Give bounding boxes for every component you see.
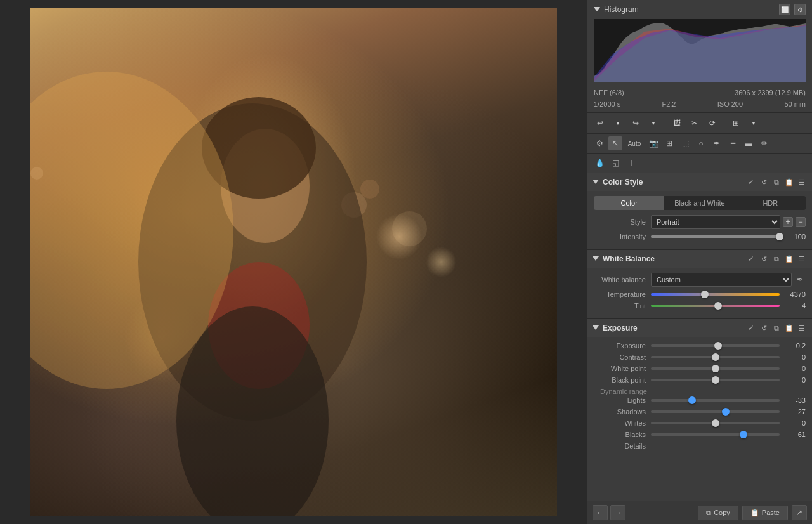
mask-tool[interactable]: ◱ [608,156,622,170]
file-format: NEF (6/8) [594,89,624,96]
toolbar-separator-2 [724,117,724,129]
redo-button[interactable]: ↪ [628,115,643,131]
exposure-thumb[interactable] [714,342,722,350]
exposure-row: Exposure 0.2 [594,342,806,350]
forward-button[interactable]: → [610,505,625,520]
image-area [0,0,587,524]
undo-button[interactable]: ↩ [593,115,608,131]
color-style-paste[interactable]: 📋 [784,177,794,187]
paste-button[interactable]: 📋 Paste [742,506,788,520]
color-style-check[interactable]: ✓ [746,177,756,187]
tab-hdr[interactable]: HDR [735,196,806,210]
black-point-track[interactable] [651,379,780,381]
white-balance-header[interactable]: White Balance ✓ ↺ ⧉ 📋 ☰ [587,250,812,268]
exposure-check[interactable]: ✓ [746,323,756,333]
view-btn[interactable]: ⊞ [728,115,743,131]
tools-row: ⚙ ↖ Auto 📷 ⊞ ⬚ ○ ✒ ━ ▬ ✏ [587,134,812,154]
whites-thumb[interactable] [712,419,719,427]
camera-tool[interactable]: 📷 [646,136,660,150]
style-select[interactable]: Portrait [651,215,780,229]
iso: ISO 200 [717,100,743,108]
toolbar-row-1: ↩ ▼ ↪ ▼ 🖼 ✂ ⟳ ⊞ ▼ [587,112,812,134]
rotate-btn[interactable]: ⟳ [705,115,720,131]
undo-dropdown[interactable]: ▼ [610,115,625,131]
panels-scroll[interactable]: Color Style ✓ ↺ ⧉ 📋 ☰ Color Black and Wh… [587,173,812,501]
wb-row: White balance Custom ✒ [594,273,806,287]
tint-track[interactable] [651,305,780,307]
brush-tool[interactable]: ━ [726,136,740,150]
selection-tool[interactable]: ⬚ [678,136,692,150]
whites-track[interactable] [651,422,780,424]
style-remove-btn[interactable]: − [796,217,806,227]
exposure-track[interactable] [651,344,780,347]
wb-paste[interactable]: 📋 [784,254,794,264]
image-btn[interactable]: 🖼 [669,115,684,131]
histogram-canvas [594,19,806,82]
histogram-expand-btn[interactable]: ⬜ [779,4,790,15]
black-point-thumb[interactable] [712,376,719,384]
crop-btn[interactable]: ✂ [687,115,702,131]
wb-eyedropper[interactable]: ✒ [794,274,806,285]
wb-icons: ✓ ↺ ⧉ 📋 ☰ [746,254,807,264]
collapse-icon[interactable] [594,7,600,12]
white-point-thumb[interactable] [712,365,719,372]
histogram-settings-btn[interactable]: ⚙ [794,4,806,15]
temperature-thumb[interactable] [701,291,709,298]
white-point-track[interactable] [651,367,780,370]
intensity-thumb[interactable] [776,233,783,240]
blacks-track[interactable] [651,433,780,436]
lasso-tool[interactable]: ○ [694,136,708,150]
color-style-header[interactable]: Color Style ✓ ↺ ⧉ 📋 ☰ [587,173,812,191]
color-style-reset[interactable]: ↺ [759,177,769,187]
tab-color[interactable]: Color [594,196,664,210]
export-button[interactable]: ↗ [792,505,807,520]
wb-reset[interactable]: ↺ [759,254,769,264]
redo-dropdown[interactable]: ▼ [646,115,661,131]
tint-thumb[interactable] [714,302,722,310]
wb-menu[interactable]: ☰ [797,254,807,264]
back-button[interactable]: ← [593,505,608,520]
adjust-tool[interactable]: ⚙ [593,136,606,150]
exposure-copy[interactable]: ⧉ [771,323,782,333]
white-balance-title: White Balance [603,254,746,263]
exposure-header[interactable]: Exposure ✓ ↺ ⧉ 📋 ☰ [587,319,812,337]
lights-track[interactable] [651,399,780,402]
exposure-section: Exposure ✓ ↺ ⧉ 📋 ☰ Exposure [587,319,812,459]
wb-copy[interactable]: ⧉ [771,254,782,264]
gradient-tool[interactable]: ▬ [742,136,756,150]
exposure-reset[interactable]: ↺ [759,323,769,333]
style-tabs: Color Black and White HDR [594,196,806,210]
exposure-menu[interactable]: ☰ [797,323,807,333]
wb-select[interactable]: Custom [651,273,792,287]
histogram-header: Histogram ⬜ ⚙ [587,0,812,19]
tab-bw[interactable]: Black and White [664,196,735,210]
intensity-track[interactable] [651,235,780,238]
pen-tool[interactable]: ✒ [710,136,724,150]
contrast-value: 0 [783,353,806,361]
stamp-tool[interactable]: ⊞ [662,136,676,150]
eraser-tool[interactable]: ✏ [757,136,771,150]
color-style-copy[interactable]: ⧉ [771,177,782,187]
wb-check[interactable]: ✓ [746,254,756,264]
lights-thumb[interactable] [688,396,696,404]
contrast-thumb[interactable] [712,353,719,361]
exposure-paste[interactable]: 📋 [784,323,794,333]
color-style-menu[interactable]: ☰ [797,177,807,187]
copy-button[interactable]: ⧉ Copy [698,506,738,520]
text-tool[interactable]: T [624,156,638,170]
auto-tool[interactable]: Auto [624,136,645,150]
cursor-tool[interactable]: ↖ [608,136,622,150]
style-add-btn[interactable]: + [783,217,793,227]
shadows-value: 27 [783,408,806,416]
blacks-thumb[interactable] [740,431,747,438]
shadows-track[interactable] [651,410,780,413]
eyedropper-tool[interactable]: 💧 [593,156,606,170]
view-dropdown[interactable]: ▼ [746,115,761,131]
contrast-row: Contrast 0 [594,353,806,361]
temperature-track[interactable] [651,293,780,296]
photo-container [30,8,557,516]
shadows-row: Shadows 27 [594,408,806,416]
shadows-thumb[interactable] [722,408,730,416]
contrast-track[interactable] [651,356,780,358]
shadows-label: Shadows [594,408,651,416]
